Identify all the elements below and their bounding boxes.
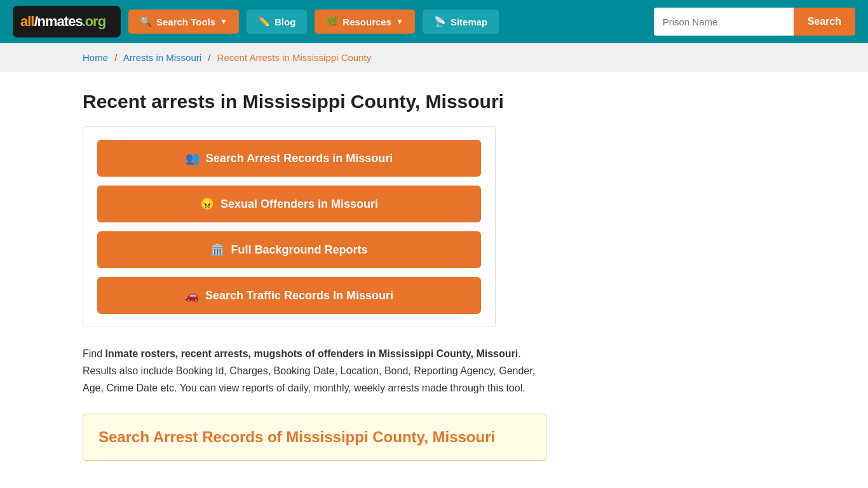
breadcrumb-sep-1: / [114,52,117,63]
sexual-offenders-button[interactable]: 😠 Sexual Offenders in Missouri [97,186,481,222]
description-text: Find Inmate rosters, recent arrests, mug… [83,345,546,397]
background-reports-button[interactable]: 🏛️ Full Background Reports [97,231,481,268]
arrest-records-button[interactable]: 👥 Search Arrest Records in Missouri [97,140,481,177]
breadcrumb: Home / Arrests in Missouri / Recent Arre… [0,43,868,72]
blog-button[interactable]: ✏️ Blog [247,10,307,34]
search-records-box: Search Arrest Records of Mississippi Cou… [83,414,546,461]
description-prefix: Find [83,348,105,359]
search-tools-button[interactable]: 🔍 Search Tools ▼ [128,10,239,34]
sexual-offenders-label: Sexual Offenders in Missouri [220,198,378,211]
header-search-label: Search [808,16,841,27]
background-reports-icon: 🏛️ [210,243,224,257]
resources-button[interactable]: 🌿 Resources ▼ [315,10,415,34]
site-header: allInmates.org 🔍 Search Tools ▼ ✏️ Blog … [0,0,868,43]
resources-label: Resources [342,17,391,27]
breadcrumb-home[interactable]: Home [83,52,108,63]
header-search-button[interactable]: Search [794,8,855,36]
traffic-records-label: Search Traffic Records In Missouri [205,289,393,302]
resources-chevron-icon: ▼ [396,17,403,26]
sitemap-icon: 📡 [434,16,446,27]
traffic-records-icon: 🚗 [185,288,199,302]
breadcrumb-arrests[interactable]: Arrests in Missouri [123,52,201,63]
breadcrumb-sep-2: / [208,52,210,63]
background-reports-label: Full Background Reports [231,243,367,257]
prison-name-input[interactable] [654,8,794,36]
blog-icon: ✏️ [258,16,270,27]
breadcrumb-current: Recent Arrests in Mississippi County [217,52,372,63]
header-search: Search [654,8,855,36]
main-content: Recent arrests in Mississippi County, Mi… [0,72,868,480]
sexual-offenders-icon: 😠 [200,197,214,211]
arrest-records-label: Search Arrest Records in Missouri [206,152,393,165]
action-buttons-box: 👥 Search Arrest Records in Missouri 😠 Se… [83,126,496,327]
search-records-title: Search Arrest Records of Mississippi Cou… [98,428,531,446]
resources-icon: 🌿 [326,16,338,27]
page-title: Recent arrests in Mississippi County, Mi… [83,91,785,112]
search-tools-label: Search Tools [156,17,215,27]
sitemap-button[interactable]: 📡 Sitemap [423,10,499,34]
search-tools-chevron-icon: ▼ [220,17,227,26]
traffic-records-button[interactable]: 🚗 Search Traffic Records In Missouri [97,277,481,314]
arrest-records-icon: 👥 [186,151,200,165]
site-logo[interactable]: allInmates.org [13,6,121,37]
blog-label: Blog [275,17,295,27]
description-bold: Inmate rosters, recent arrests, mugshots… [105,348,519,359]
search-tools-icon: 🔍 [140,16,152,27]
sitemap-label: Sitemap [451,17,487,27]
